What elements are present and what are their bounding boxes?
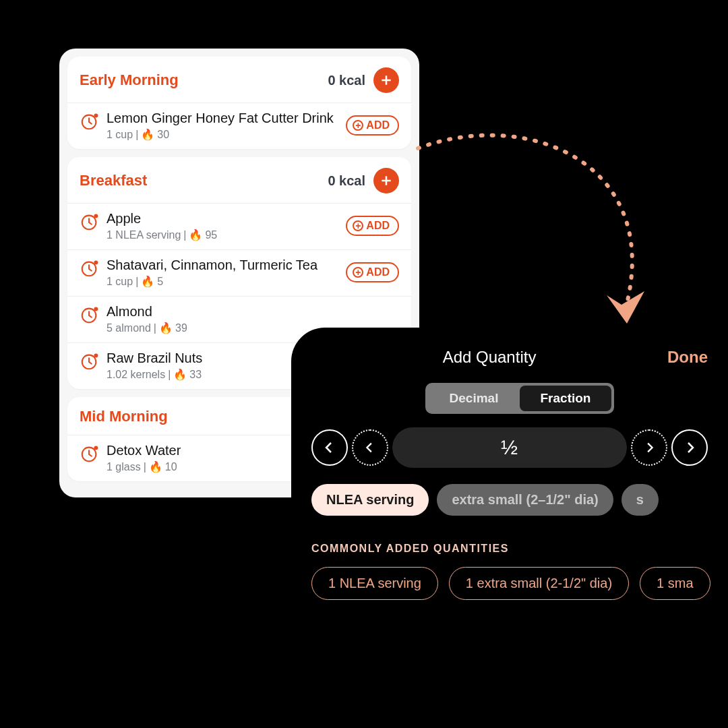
add-food-button[interactable]: [373, 168, 399, 193]
food-name: Apple: [107, 210, 346, 227]
add-item-button[interactable]: +ADD: [346, 115, 399, 135]
flame-icon: 🔥: [173, 368, 187, 381]
number-format-segment: Decimal Fraction: [425, 383, 614, 414]
svg-point-3: [94, 214, 98, 218]
done-button[interactable]: Done: [667, 348, 708, 367]
meal-section: Early Morning0 kcal Lemon Ginger Honey F…: [67, 57, 411, 149]
food-name: Shatavari, Cinnamon, Turmeric Tea: [107, 257, 346, 274]
flame-icon: 🔥: [141, 128, 154, 141]
common-quantity-pill[interactable]: 1 extra small (2-1/2" dia): [449, 567, 629, 600]
add-food-button[interactable]: [373, 67, 399, 93]
step-big-increase[interactable]: [671, 429, 708, 466]
svg-point-1: [94, 114, 98, 118]
quantity-stepper: ½: [311, 427, 728, 484]
clock-icon: [80, 212, 100, 232]
unit-chip[interactable]: s: [621, 484, 659, 516]
add-item-button[interactable]: +ADD: [346, 216, 399, 236]
section-kcal: 0 kcal: [328, 173, 365, 189]
svg-point-9: [94, 354, 98, 358]
step-small-decrease[interactable]: [352, 429, 388, 466]
segment-decimal[interactable]: Decimal: [428, 386, 520, 411]
clock-icon: [80, 305, 100, 325]
flame-icon: 🔥: [149, 460, 162, 473]
food-item[interactable]: Apple1 NLEA serving | 🔥95+ADD: [67, 203, 411, 249]
plus-icon: +: [353, 120, 363, 131]
plus-icon: +: [353, 267, 363, 278]
common-quantity-pill[interactable]: 1 NLEA serving: [311, 567, 438, 600]
section-kcal: 0 kcal: [328, 73, 365, 88]
food-name: Almond: [107, 303, 399, 320]
section-title: Breakfast: [80, 172, 328, 189]
food-subtext: 1 cup | 🔥30: [107, 128, 346, 141]
plus-icon: +: [353, 220, 363, 231]
common-quantity-pill[interactable]: 1 sma: [640, 567, 710, 600]
unit-chip[interactable]: NLEA serving: [311, 484, 429, 516]
common-quantities-header: COMMONLY ADDED QUANTITIES: [311, 543, 728, 555]
sheet-title: Add Quantity: [443, 348, 537, 367]
flame-icon: 🔥: [141, 275, 154, 288]
unit-chip[interactable]: extra small (2–1/2" dia): [437, 484, 613, 516]
common-quantities-row: 1 NLEA serving1 extra small (2-1/2" dia)…: [311, 567, 728, 600]
section-title: Early Morning: [80, 71, 328, 89]
clock-icon: [80, 351, 100, 371]
svg-point-11: [94, 446, 98, 450]
food-subtext: 1 NLEA serving | 🔥95: [107, 229, 346, 241]
food-subtext: 1 cup | 🔥5: [107, 275, 346, 288]
segment-fraction[interactable]: Fraction: [520, 386, 611, 411]
step-small-increase[interactable]: [631, 429, 667, 466]
add-quantity-sheet: Add Quantity Done Decimal Fraction ½ NLE…: [291, 328, 728, 728]
step-big-decrease[interactable]: [311, 429, 348, 466]
clock-icon: [80, 444, 100, 464]
food-item[interactable]: Shatavari, Cinnamon, Turmeric Tea1 cup |…: [67, 249, 411, 296]
food-item[interactable]: Lemon Ginger Honey Fat Cutter Drink1 cup…: [67, 102, 411, 149]
flame-icon: 🔥: [159, 322, 173, 334]
flame-icon: 🔥: [189, 229, 202, 241]
add-item-button[interactable]: +ADD: [346, 262, 399, 282]
unit-chips: NLEA servingextra small (2–1/2" dia)s: [311, 484, 728, 516]
flow-arrow: [404, 121, 715, 337]
clock-icon: [80, 258, 100, 278]
clock-icon: [80, 111, 100, 131]
quantity-value: ½: [392, 427, 627, 468]
food-name: Lemon Ginger Honey Fat Cutter Drink: [107, 110, 346, 127]
svg-point-7: [94, 307, 98, 311]
svg-point-5: [94, 261, 98, 265]
